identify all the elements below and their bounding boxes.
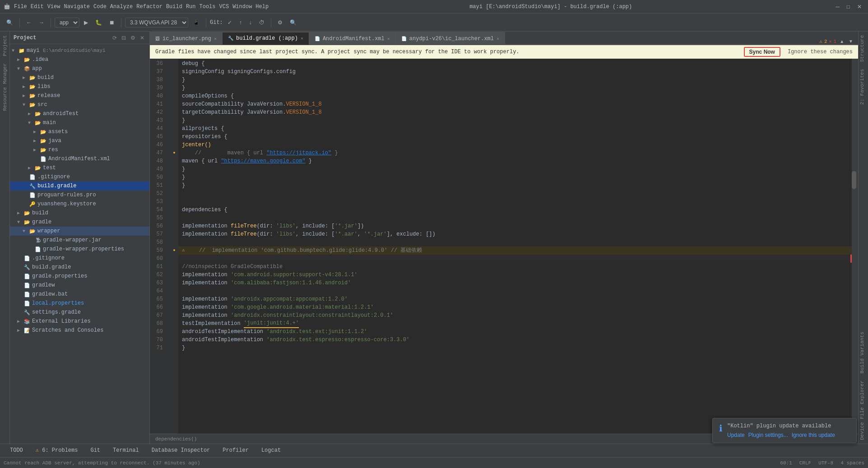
tree-item-idea[interactable]: ▶ 📂 .idea xyxy=(10,55,149,64)
sync-now-btn[interactable]: Sync Now xyxy=(744,47,780,57)
menu-build[interactable]: Build xyxy=(166,4,182,10)
git-push-btn[interactable]: ↑ xyxy=(237,18,245,27)
menu-file[interactable]: File xyxy=(14,4,27,10)
tree-item-external-libraries[interactable]: ▶ 📚 External Libraries xyxy=(10,317,149,326)
search-everywhere-btn[interactable]: 🔍 xyxy=(287,18,299,27)
tree-item-build[interactable]: ▶ 📂 build xyxy=(10,73,149,82)
tree-item-manifest[interactable]: ▶ 📄 AndroidManifest.xml xyxy=(10,154,149,163)
git-check-btn[interactable]: ✓ xyxy=(225,18,235,27)
nav-up-btn[interactable]: ▲ xyxy=(838,38,845,44)
resource-manager-label[interactable]: Resource Manager xyxy=(1,60,9,115)
run-config-dropdown[interactable]: app xyxy=(55,18,79,28)
menu-navigate[interactable]: Navigate xyxy=(64,4,90,10)
editor-scrollbar[interactable] xyxy=(852,59,858,434)
tree-item-androidtest[interactable]: ▶ 📂 androidTest xyxy=(10,109,149,118)
tree-item-gitignore-app[interactable]: ▶ 📄 .gitignore xyxy=(10,172,149,181)
stop-btn[interactable]: ⏹ xyxy=(107,18,117,27)
build-variants-label[interactable]: Build Variants xyxy=(859,328,868,377)
scrollbar-track[interactable] xyxy=(852,59,856,434)
tree-item-local-properties[interactable]: ▶ 📄 local.properties xyxy=(10,299,149,308)
scrollbar-thumb[interactable] xyxy=(852,171,856,189)
settings-btn[interactable]: ⚙ xyxy=(275,18,285,27)
tree-item-gradle-wrapper-props[interactable]: ▶ 📄 gradle-wrapper.properties xyxy=(10,245,149,254)
tree-item-assets[interactable]: ▶ 📂 assets xyxy=(10,127,149,136)
menu-vcs[interactable]: VCS xyxy=(219,4,229,10)
menu-window[interactable]: Window xyxy=(232,4,252,10)
tab-close-btn[interactable]: ✕ xyxy=(497,36,499,42)
toolbar-back-btn[interactable]: ← xyxy=(23,18,34,27)
tree-item-settings-gradle[interactable]: ▶ 🔧 settings.gradle xyxy=(10,308,149,317)
tree-item-main[interactable]: ▼ 📂 main xyxy=(10,118,149,127)
tree-item-libs[interactable]: ▶ 📂 libs xyxy=(10,82,149,91)
maximize-btn[interactable]: □ xyxy=(844,2,853,11)
tree-item-build-gradle-app[interactable]: ▶ 🔧 build.gradle xyxy=(10,181,149,190)
tree-item-gradlew-bat[interactable]: ▶ 📄 gradlew.bat xyxy=(10,290,149,299)
tab-build-gradle-app[interactable]: 🔧 build.gradle (:app) ✕ xyxy=(223,32,309,45)
kotlin-update-btn[interactable]: Update xyxy=(727,432,745,438)
tree-item-java[interactable]: ▶ 📂 java xyxy=(10,136,149,145)
tab-git[interactable]: Git xyxy=(84,445,107,456)
tab-terminal[interactable]: Terminal xyxy=(107,445,145,456)
tab-close-btn[interactable]: ✕ xyxy=(387,36,390,42)
tree-item-gradlew[interactable]: ▶ 📄 gradlew xyxy=(10,281,149,290)
tree-item-build-module[interactable]: ▶ 📂 build xyxy=(10,209,149,218)
tab-database-inspector[interactable]: Database Inspector xyxy=(145,445,217,456)
configure-btn[interactable]: ⚙ xyxy=(129,34,137,42)
git-history-btn[interactable]: ⏱ xyxy=(256,18,267,27)
code-editor[interactable]: 36 37 38 39 40 41 42 43 44 45 46 47 48 4… xyxy=(150,59,858,434)
tree-item-proguard[interactable]: ▶ 📄 proguard-rules.pro xyxy=(10,190,149,199)
tree-item-gradle[interactable]: ▼ 📂 gradle xyxy=(10,218,149,227)
tree-item-wrapper[interactable]: ▼ 📂 wrapper xyxy=(10,227,149,236)
kotlin-settings-btn[interactable]: Plugin settings... xyxy=(748,432,788,438)
code-content[interactable]: debug { signingConfig signingConfigs.con… xyxy=(178,59,852,434)
toolbar-search-btn[interactable]: 🔍 xyxy=(4,18,16,27)
device-file-explorer-label[interactable]: Device File Explorer xyxy=(859,377,868,444)
tree-item-gradle-wrapper-jar[interactable]: ▶ 🗜 gradle-wrapper.jar xyxy=(10,236,149,245)
favorites-label[interactable]: 2: Favorites xyxy=(859,65,868,108)
collapse-all-btn[interactable]: ⊟ xyxy=(120,34,127,42)
project-label[interactable]: Project xyxy=(1,32,9,60)
debug-btn[interactable]: 🐛 xyxy=(93,18,105,27)
tree-item-keystore[interactable]: ▶ 🔑 yuansheng.keystore xyxy=(10,199,149,209)
tree-item-res[interactable]: ▶ 📂 res xyxy=(10,145,149,154)
menu-refactor[interactable]: Refactor xyxy=(136,4,162,10)
nav-down-btn[interactable]: ▼ xyxy=(847,38,854,44)
menu-view[interactable]: View xyxy=(47,4,60,10)
close-panel-btn[interactable]: ✕ xyxy=(139,34,146,42)
tree-item-app[interactable]: ▼ 📦 app xyxy=(10,64,149,73)
crlf-indicator[interactable]: CRLF xyxy=(799,460,811,466)
tree-item-test[interactable]: ▶ 📂 test xyxy=(10,163,149,172)
tree-item-gradle-properties[interactable]: ▶ 📄 gradle.properties xyxy=(10,272,149,281)
run-btn[interactable]: ▶ xyxy=(81,18,91,27)
sdk-dropdown[interactable]: 3.3 WQVGA API 28 xyxy=(125,18,188,28)
tree-item-release[interactable]: ▶ 📂 release xyxy=(10,91,149,100)
git-pull-btn[interactable]: ↓ xyxy=(246,18,255,27)
tree-item-mayi-root[interactable]: ▼ 📁 mayi E:\androidStudio\mayi xyxy=(10,46,149,55)
minimize-btn[interactable]: ─ xyxy=(833,2,842,11)
avd-btn[interactable]: 📱 xyxy=(190,18,202,27)
tree-item-src[interactable]: ▼ 📂 src xyxy=(10,100,149,109)
menu-tools[interactable]: Tools xyxy=(200,4,216,10)
menu-run[interactable]: Run xyxy=(186,4,196,10)
menu-help[interactable]: Help xyxy=(255,4,269,10)
tab-problems[interactable]: ⚠ 6: Problems xyxy=(29,445,84,456)
tab-android-manifest[interactable]: 📄 AndroidManifest.xml ✕ xyxy=(309,32,396,45)
tab-profiler[interactable]: Profiler xyxy=(216,445,255,456)
close-btn[interactable]: ✕ xyxy=(854,2,864,11)
tree-item-build-gradle-root[interactable]: ▶ 🔧 build.gradle xyxy=(10,263,149,272)
tree-item-gitignore-root[interactable]: ▶ 📄 .gitignore xyxy=(10,254,149,263)
tab-close-btn[interactable]: ✕ xyxy=(301,36,303,41)
tab-close-btn[interactable]: ✕ xyxy=(214,36,217,42)
cursor-position[interactable]: 60:1 xyxy=(780,460,792,466)
tab-todo[interactable]: TODO xyxy=(4,445,29,456)
menu-edit[interactable]: Edit xyxy=(31,4,44,10)
tree-item-scratches[interactable]: ▶ 📝 Scratches and Consoles xyxy=(10,326,149,335)
sync-files-btn[interactable]: ⟳ xyxy=(111,34,118,42)
tab-anydpi[interactable]: 📄 anydpi-v26\ic_launcher.xml ✕ xyxy=(396,32,505,45)
menu-analyze[interactable]: Analyze xyxy=(110,4,133,10)
structure-label[interactable]: Structure xyxy=(859,32,868,65)
toolbar-forward-btn[interactable]: → xyxy=(36,18,47,27)
menu-code[interactable]: Code xyxy=(93,4,107,10)
kotlin-ignore-btn[interactable]: Ignore this update xyxy=(792,432,835,438)
tab-launcher-png[interactable]: 🖼 ic_launcher.png ✕ xyxy=(150,32,223,45)
